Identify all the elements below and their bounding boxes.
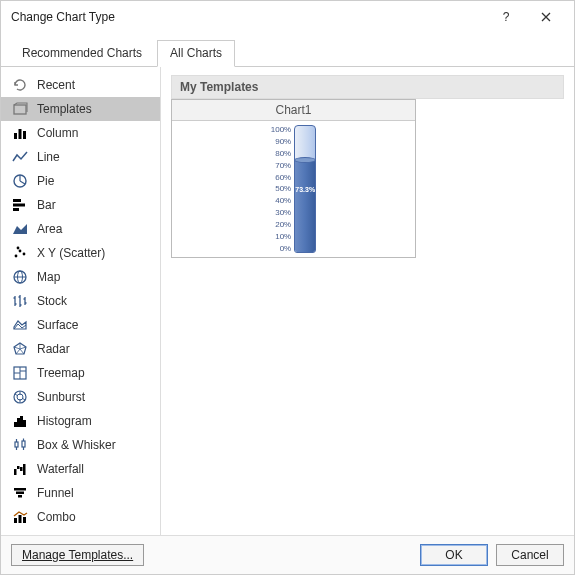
ok-button[interactable]: OK (420, 544, 488, 566)
tab-recommended-charts[interactable]: Recommended Charts (9, 40, 155, 66)
treemap-chart-icon (11, 364, 29, 382)
close-button[interactable] (526, 4, 566, 30)
sidebar-item-treemap[interactable]: Treemap (1, 361, 160, 385)
svg-rect-18 (14, 422, 17, 427)
sidebar-item-surface[interactable]: Surface (1, 313, 160, 337)
tab-all-charts[interactable]: All Charts (157, 40, 235, 67)
map-chart-icon (11, 268, 29, 286)
box-whisker-chart-icon (11, 436, 29, 454)
sidebar-item-waterfall[interactable]: Waterfall (1, 457, 160, 481)
svg-rect-20 (20, 416, 23, 427)
sidebar-item-area[interactable]: Area (1, 217, 160, 241)
svg-rect-25 (17, 466, 20, 469)
tab-strip: Recommended Charts All Charts (1, 33, 574, 67)
sidebar-item-label: Column (37, 126, 78, 140)
sidebar-item-bar[interactable]: Bar (1, 193, 160, 217)
sidebar-item-combo[interactable]: Combo (1, 505, 160, 529)
sidebar-item-recent[interactable]: Recent (1, 73, 160, 97)
sidebar-item-box-whisker[interactable]: Box & Whisker (1, 433, 160, 457)
sidebar-item-label: Map (37, 270, 60, 284)
svg-rect-30 (18, 495, 22, 498)
sidebar-item-column[interactable]: Column (1, 121, 160, 145)
svg-rect-29 (16, 492, 24, 495)
sidebar-item-label: Area (37, 222, 62, 236)
sidebar-item-label: Box & Whisker (37, 438, 116, 452)
template-preview[interactable]: Chart1 100%90%80%70%60%50%40%30%20%10%0%… (171, 99, 416, 258)
svg-rect-21 (23, 420, 26, 427)
sidebar-item-label: Treemap (37, 366, 85, 380)
sidebar-item-label: Funnel (37, 486, 74, 500)
chart-y-axis-labels: 100%90%80%70%60%50%40%30%20%10%0% (271, 125, 294, 253)
sidebar-item-stock[interactable]: Stock (1, 289, 160, 313)
sidebar-item-label: Stock (37, 294, 67, 308)
sidebar-item-scatter[interactable]: X Y (Scatter) (1, 241, 160, 265)
help-button[interactable]: ? (486, 4, 526, 30)
svg-rect-2 (19, 129, 22, 139)
dialog-body: Recent Templates Column Line (1, 67, 574, 535)
svg-rect-31 (14, 518, 17, 523)
sidebar-item-label: Templates (37, 102, 92, 116)
svg-rect-7 (13, 208, 19, 211)
svg-point-8 (15, 255, 18, 258)
svg-point-9 (19, 250, 22, 253)
svg-rect-26 (20, 467, 23, 471)
sidebar-item-sunburst[interactable]: Sunburst (1, 385, 160, 409)
sidebar-item-label: Surface (37, 318, 78, 332)
sidebar-item-label: Radar (37, 342, 70, 356)
titlebar: Change Chart Type ? (1, 1, 574, 33)
svg-rect-33 (23, 517, 26, 523)
change-chart-type-dialog: Change Chart Type ? Recommended Charts A… (0, 0, 575, 575)
scatter-chart-icon (11, 244, 29, 262)
sidebar-item-label: Waterfall (37, 462, 84, 476)
sidebar-item-label: Recent (37, 78, 75, 92)
svg-rect-6 (13, 204, 25, 207)
bar-chart-icon (11, 196, 29, 214)
pie-chart-icon (11, 172, 29, 190)
svg-rect-0 (14, 105, 26, 114)
histogram-chart-icon (11, 412, 29, 430)
sidebar-item-map[interactable]: Map (1, 265, 160, 289)
sidebar-item-histogram[interactable]: Histogram (1, 409, 160, 433)
svg-rect-27 (23, 464, 26, 475)
template-preview-title: Chart1 (172, 100, 415, 121)
svg-rect-28 (14, 488, 26, 491)
area-chart-icon (11, 220, 29, 238)
line-chart-icon (11, 148, 29, 166)
section-title-my-templates: My Templates (171, 75, 564, 99)
sidebar-item-templates[interactable]: Templates (1, 97, 160, 121)
template-preview-chart: 100%90%80%70%60%50%40%30%20%10%0% 73.3% (172, 121, 415, 257)
svg-rect-1 (14, 133, 17, 139)
sidebar-item-pie[interactable]: Pie (1, 169, 160, 193)
sidebar-item-line[interactable]: Line (1, 145, 160, 169)
cancel-button[interactable]: Cancel (496, 544, 564, 566)
stock-chart-icon (11, 292, 29, 310)
sidebar-item-label: Bar (37, 198, 56, 212)
column-chart-icon (11, 124, 29, 142)
chart-value-label: 73.3% (295, 186, 315, 193)
combo-chart-icon (11, 508, 29, 526)
svg-rect-23 (22, 441, 25, 447)
chart-cylinder: 73.3% (294, 125, 316, 253)
sidebar-item-funnel[interactable]: Funnel (1, 481, 160, 505)
recent-icon (11, 76, 29, 94)
svg-rect-22 (15, 442, 18, 447)
templates-icon (11, 100, 29, 118)
content-area: My Templates Chart1 100%90%80%70%60%50%4… (161, 67, 574, 535)
surface-chart-icon (11, 316, 29, 334)
svg-point-11 (17, 247, 20, 250)
sidebar-item-radar[interactable]: Radar (1, 337, 160, 361)
waterfall-chart-icon (11, 460, 29, 478)
radar-chart-icon (11, 340, 29, 358)
svg-rect-32 (19, 515, 22, 523)
sidebar-item-label: Pie (37, 174, 54, 188)
manage-templates-button[interactable]: Manage Templates... (11, 544, 144, 566)
svg-rect-19 (17, 418, 20, 427)
window-title: Change Chart Type (11, 10, 486, 24)
sidebar-item-label: X Y (Scatter) (37, 246, 105, 260)
svg-rect-5 (13, 199, 21, 202)
sidebar-item-label: Line (37, 150, 60, 164)
sidebar-item-label: Sunburst (37, 390, 85, 404)
dialog-footer: Manage Templates... OK Cancel (1, 535, 574, 574)
sidebar-item-label: Combo (37, 510, 76, 524)
sunburst-chart-icon (11, 388, 29, 406)
